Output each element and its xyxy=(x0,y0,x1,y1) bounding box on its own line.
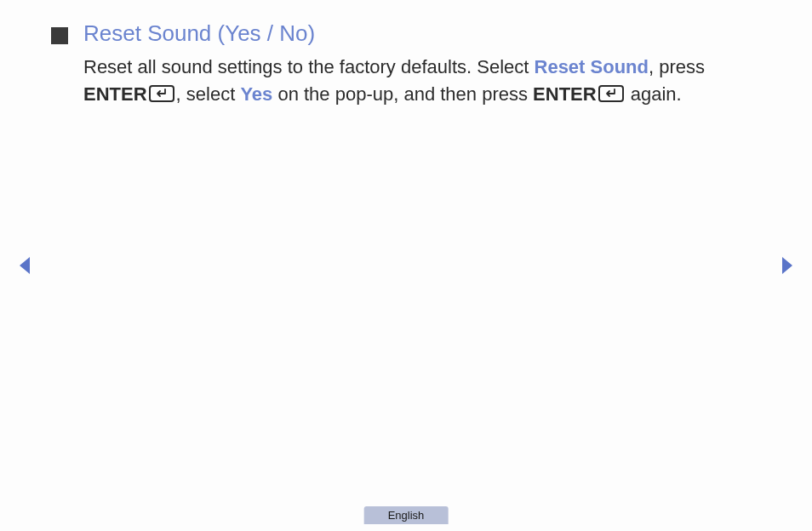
body-text: Reset all sound settings to the factory … xyxy=(83,54,761,108)
body-part4: on the pop-up, and then press xyxy=(272,83,533,105)
chevron-left-icon xyxy=(17,255,32,276)
svg-marker-1 xyxy=(782,257,792,274)
heading-row: Reset Sound (Yes / No) xyxy=(51,20,761,47)
body-part2: , press xyxy=(649,56,705,77)
bullet-square-icon xyxy=(51,27,68,44)
language-tab[interactable]: English xyxy=(364,506,449,524)
enter-icon xyxy=(149,85,174,102)
svg-marker-0 xyxy=(20,257,30,274)
body-part1: Reset all sound settings to the factory … xyxy=(83,56,535,77)
chevron-right-icon xyxy=(780,255,795,276)
content-area: Reset Sound (Yes / No) Reset all sound s… xyxy=(0,0,812,108)
reset-sound-highlight: Reset Sound xyxy=(535,56,649,77)
enter-icon xyxy=(598,85,624,102)
prev-page-button[interactable] xyxy=(17,255,32,276)
body-part5: again. xyxy=(626,83,682,105)
next-page-button[interactable] xyxy=(780,255,795,276)
body-part3: , select xyxy=(176,83,241,105)
enter-label-1: ENTER xyxy=(83,83,147,105)
page-title: Reset Sound (Yes / No) xyxy=(83,20,315,47)
yes-highlight: Yes xyxy=(240,83,272,105)
enter-label-2: ENTER xyxy=(533,83,597,105)
